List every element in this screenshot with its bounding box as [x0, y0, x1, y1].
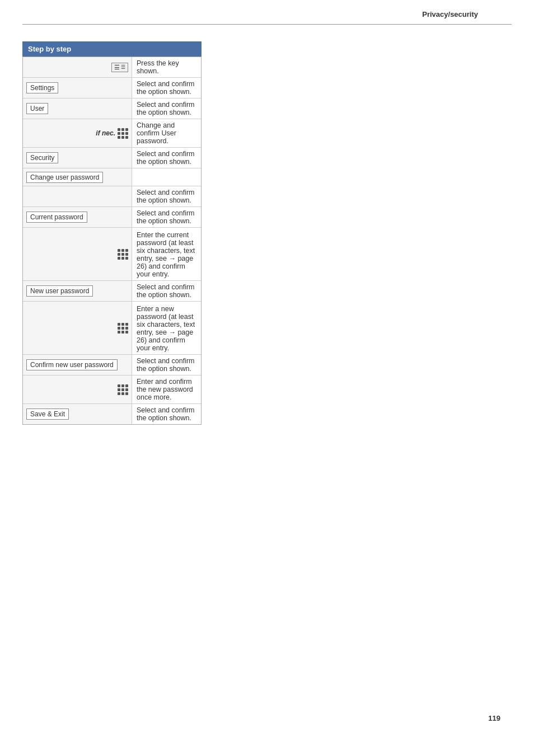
security-option: Security: [26, 152, 58, 163]
header-title: Privacy/security: [422, 10, 478, 18]
settings-option: Settings: [26, 82, 58, 93]
save-exit-option: Save & Exit: [26, 408, 69, 420]
table-row: User Select and confirm the option shown…: [23, 98, 201, 119]
keypad-icon: [118, 128, 128, 139]
table-row: New user password Select and confirm the…: [23, 281, 201, 302]
step-right-text: Select and confirm the option shown.: [132, 186, 201, 207]
step-left-save: Save & Exit: [23, 404, 132, 424]
step-left-keypad3: [23, 375, 132, 404]
step-right-text: Press the key shown.: [132, 57, 201, 78]
step-right-text: Select and confirm the option shown.: [132, 355, 201, 375]
step-left-keypad2: [23, 302, 132, 355]
table-row: ☰ ☰ Press the key shown.: [23, 57, 201, 78]
step-left-key: ☰ ☰: [23, 57, 132, 78]
step-right-text: Select and confirm the option shown.: [132, 404, 201, 424]
step-left-confirm-pwd: Confirm new user password: [23, 355, 132, 375]
step-right-text: Enter a new password (at least six chara…: [132, 302, 201, 355]
step-right-text: Select and confirm the option shown.: [132, 207, 201, 228]
current-password-option: Current password: [26, 212, 87, 223]
step-left-settings: Settings: [23, 78, 132, 98]
step-left-new-pwd: New user password: [23, 281, 132, 302]
new-user-password-option: New user password: [26, 285, 93, 297]
table-row: Enter and confirm the new password once …: [23, 375, 201, 404]
keypad-icon: [118, 249, 128, 260]
step-table: ☰ ☰ Press the key shown. Settings Select…: [22, 57, 202, 425]
table-row: Settings Select and confirm the option s…: [23, 78, 201, 98]
menu-key-icon: ☰ ☰: [111, 63, 128, 72]
step-box-header: Step by step: [22, 41, 202, 57]
user-option: User: [26, 103, 48, 114]
table-row: Save & Exit Select and confirm the optio…: [23, 404, 201, 424]
table-row: Select and confirm the option shown.: [23, 186, 201, 207]
step-left-security: Security: [23, 148, 132, 168]
step-left-change-pwd: Change user password: [23, 168, 132, 186]
table-row: Current password Select and confirm the …: [23, 207, 201, 228]
step-right-text: Select and confirm the option shown.: [132, 281, 201, 302]
table-row: if nec. Change and confirm User p: [23, 119, 201, 148]
step-left-current-pwd: Current password: [23, 207, 132, 228]
step-right-text: Select and confirm the option shown.: [132, 98, 201, 119]
change-user-password-option: Change user password: [26, 172, 103, 183]
page-header: Privacy/security: [22, 0, 512, 25]
main-content: Step by step ☰ ☰ Press the key shown. Se…: [0, 25, 534, 425]
step-right-text: Enter the current password (at least six…: [132, 228, 201, 281]
bottom-spacer: [0, 425, 534, 537]
table-row: Enter the current password (at least six…: [23, 228, 201, 281]
step-right-empty: [132, 168, 201, 186]
if-nec-label: if nec.: [96, 129, 115, 137]
step-left-user: User: [23, 98, 132, 119]
step-right-text: Select and confirm the option shown.: [132, 148, 201, 168]
step-left-empty: [23, 186, 132, 207]
keypad-icon: [118, 323, 128, 334]
step-right-text: Select and confirm the option shown.: [132, 78, 201, 98]
table-row: Security Select and confirm the option s…: [23, 148, 201, 168]
step-right-text: Change and confirm User password.: [132, 119, 201, 148]
left-panel: Step by step ☰ ☰ Press the key shown. Se…: [22, 41, 202, 425]
table-row: Confirm new user password Select and con…: [23, 355, 201, 375]
table-row: Change user password: [23, 168, 201, 186]
confirm-new-user-password-option: Confirm new user password: [26, 359, 118, 370]
right-panel: [202, 41, 512, 425]
step-left-ifnec: if nec.: [23, 119, 132, 148]
keypad-icon: [118, 384, 128, 395]
step-left-keypad1: [23, 228, 132, 281]
page-number: 119: [488, 714, 500, 722]
step-right-text: Enter and confirm the new password once …: [132, 375, 201, 404]
table-row: Enter a new password (at least six chara…: [23, 302, 201, 355]
